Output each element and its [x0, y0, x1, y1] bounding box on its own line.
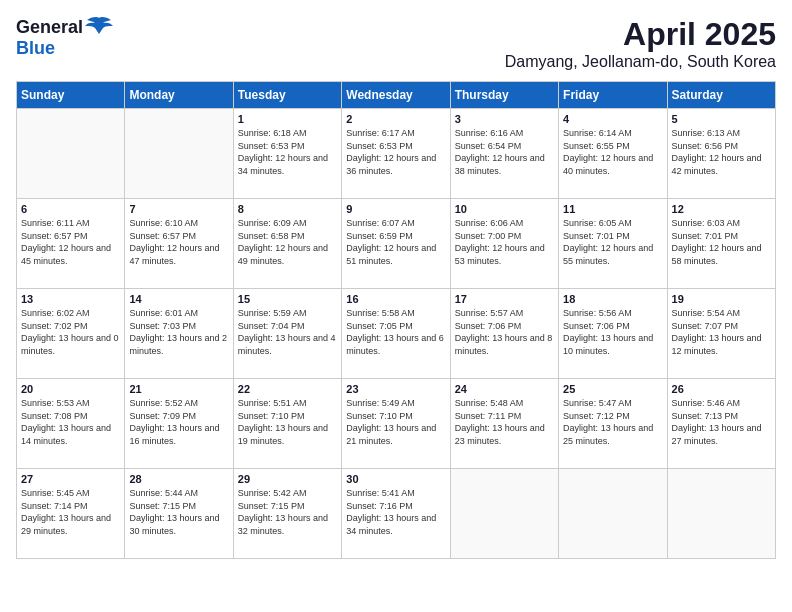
day-of-week-header: Friday [559, 82, 667, 109]
day-info: Sunrise: 6:01 AM Sunset: 7:03 PM Dayligh… [129, 307, 228, 357]
calendar-day-cell: 22Sunrise: 5:51 AM Sunset: 7:10 PM Dayli… [233, 379, 341, 469]
day-number: 15 [238, 293, 337, 305]
calendar-day-cell [450, 469, 558, 559]
day-number: 2 [346, 113, 445, 125]
day-info: Sunrise: 5:56 AM Sunset: 7:06 PM Dayligh… [563, 307, 662, 357]
calendar-day-cell: 4Sunrise: 6:14 AM Sunset: 6:55 PM Daylig… [559, 109, 667, 199]
logo-bird-icon [85, 16, 113, 38]
calendar-day-cell: 17Sunrise: 5:57 AM Sunset: 7:06 PM Dayli… [450, 289, 558, 379]
day-info: Sunrise: 5:59 AM Sunset: 7:04 PM Dayligh… [238, 307, 337, 357]
day-info: Sunrise: 5:42 AM Sunset: 7:15 PM Dayligh… [238, 487, 337, 537]
calendar-day-cell: 5Sunrise: 6:13 AM Sunset: 6:56 PM Daylig… [667, 109, 775, 199]
day-info: Sunrise: 5:57 AM Sunset: 7:06 PM Dayligh… [455, 307, 554, 357]
calendar-day-cell [17, 109, 125, 199]
calendar-day-cell: 19Sunrise: 5:54 AM Sunset: 7:07 PM Dayli… [667, 289, 775, 379]
day-info: Sunrise: 6:11 AM Sunset: 6:57 PM Dayligh… [21, 217, 120, 267]
day-number: 16 [346, 293, 445, 305]
day-number: 6 [21, 203, 120, 215]
page-header: General Blue April 2025 Damyang, Jeollan… [16, 16, 776, 71]
calendar-header-row: SundayMondayTuesdayWednesdayThursdayFrid… [17, 82, 776, 109]
day-info: Sunrise: 5:51 AM Sunset: 7:10 PM Dayligh… [238, 397, 337, 447]
day-info: Sunrise: 5:47 AM Sunset: 7:12 PM Dayligh… [563, 397, 662, 447]
calendar-day-cell: 7Sunrise: 6:10 AM Sunset: 6:57 PM Daylig… [125, 199, 233, 289]
day-number: 12 [672, 203, 771, 215]
calendar-day-cell: 15Sunrise: 5:59 AM Sunset: 7:04 PM Dayli… [233, 289, 341, 379]
title-block: April 2025 Damyang, Jeollanam-do, South … [505, 16, 776, 71]
day-info: Sunrise: 6:03 AM Sunset: 7:01 PM Dayligh… [672, 217, 771, 267]
day-number: 17 [455, 293, 554, 305]
day-number: 23 [346, 383, 445, 395]
day-info: Sunrise: 6:10 AM Sunset: 6:57 PM Dayligh… [129, 217, 228, 267]
month-title: April 2025 [505, 16, 776, 53]
logo-blue-text: Blue [16, 38, 55, 58]
day-info: Sunrise: 6:16 AM Sunset: 6:54 PM Dayligh… [455, 127, 554, 177]
day-number: 4 [563, 113, 662, 125]
day-info: Sunrise: 6:14 AM Sunset: 6:55 PM Dayligh… [563, 127, 662, 177]
day-info: Sunrise: 6:02 AM Sunset: 7:02 PM Dayligh… [21, 307, 120, 357]
day-info: Sunrise: 5:53 AM Sunset: 7:08 PM Dayligh… [21, 397, 120, 447]
day-info: Sunrise: 5:49 AM Sunset: 7:10 PM Dayligh… [346, 397, 445, 447]
day-number: 9 [346, 203, 445, 215]
calendar-day-cell: 24Sunrise: 5:48 AM Sunset: 7:11 PM Dayli… [450, 379, 558, 469]
calendar-day-cell [667, 469, 775, 559]
day-number: 21 [129, 383, 228, 395]
calendar-day-cell: 18Sunrise: 5:56 AM Sunset: 7:06 PM Dayli… [559, 289, 667, 379]
day-info: Sunrise: 5:45 AM Sunset: 7:14 PM Dayligh… [21, 487, 120, 537]
day-of-week-header: Monday [125, 82, 233, 109]
day-info: Sunrise: 5:44 AM Sunset: 7:15 PM Dayligh… [129, 487, 228, 537]
calendar-day-cell: 12Sunrise: 6:03 AM Sunset: 7:01 PM Dayli… [667, 199, 775, 289]
calendar-day-cell: 11Sunrise: 6:05 AM Sunset: 7:01 PM Dayli… [559, 199, 667, 289]
calendar-day-cell: 3Sunrise: 6:16 AM Sunset: 6:54 PM Daylig… [450, 109, 558, 199]
day-number: 20 [21, 383, 120, 395]
logo: General Blue [16, 16, 113, 59]
day-info: Sunrise: 6:13 AM Sunset: 6:56 PM Dayligh… [672, 127, 771, 177]
calendar-day-cell: 28Sunrise: 5:44 AM Sunset: 7:15 PM Dayli… [125, 469, 233, 559]
calendar-day-cell: 8Sunrise: 6:09 AM Sunset: 6:58 PM Daylig… [233, 199, 341, 289]
day-number: 18 [563, 293, 662, 305]
calendar-day-cell: 14Sunrise: 6:01 AM Sunset: 7:03 PM Dayli… [125, 289, 233, 379]
day-info: Sunrise: 6:06 AM Sunset: 7:00 PM Dayligh… [455, 217, 554, 267]
calendar-day-cell: 9Sunrise: 6:07 AM Sunset: 6:59 PM Daylig… [342, 199, 450, 289]
day-number: 5 [672, 113, 771, 125]
calendar-day-cell: 16Sunrise: 5:58 AM Sunset: 7:05 PM Dayli… [342, 289, 450, 379]
day-info: Sunrise: 6:09 AM Sunset: 6:58 PM Dayligh… [238, 217, 337, 267]
location-subtitle: Damyang, Jeollanam-do, South Korea [505, 53, 776, 71]
day-number: 7 [129, 203, 228, 215]
day-info: Sunrise: 5:48 AM Sunset: 7:11 PM Dayligh… [455, 397, 554, 447]
day-number: 19 [672, 293, 771, 305]
day-number: 24 [455, 383, 554, 395]
day-number: 3 [455, 113, 554, 125]
day-number: 14 [129, 293, 228, 305]
calendar-week-row: 13Sunrise: 6:02 AM Sunset: 7:02 PM Dayli… [17, 289, 776, 379]
calendar-day-cell [125, 109, 233, 199]
calendar-day-cell: 13Sunrise: 6:02 AM Sunset: 7:02 PM Dayli… [17, 289, 125, 379]
calendar-day-cell: 2Sunrise: 6:17 AM Sunset: 6:53 PM Daylig… [342, 109, 450, 199]
day-number: 30 [346, 473, 445, 485]
calendar-day-cell: 29Sunrise: 5:42 AM Sunset: 7:15 PM Dayli… [233, 469, 341, 559]
day-info: Sunrise: 6:05 AM Sunset: 7:01 PM Dayligh… [563, 217, 662, 267]
calendar-day-cell: 25Sunrise: 5:47 AM Sunset: 7:12 PM Dayli… [559, 379, 667, 469]
calendar-week-row: 1Sunrise: 6:18 AM Sunset: 6:53 PM Daylig… [17, 109, 776, 199]
day-number: 27 [21, 473, 120, 485]
calendar-day-cell: 10Sunrise: 6:06 AM Sunset: 7:00 PM Dayli… [450, 199, 558, 289]
day-of-week-header: Wednesday [342, 82, 450, 109]
day-number: 26 [672, 383, 771, 395]
calendar-week-row: 27Sunrise: 5:45 AM Sunset: 7:14 PM Dayli… [17, 469, 776, 559]
calendar-day-cell: 20Sunrise: 5:53 AM Sunset: 7:08 PM Dayli… [17, 379, 125, 469]
day-number: 29 [238, 473, 337, 485]
day-number: 28 [129, 473, 228, 485]
day-of-week-header: Saturday [667, 82, 775, 109]
day-number: 10 [455, 203, 554, 215]
calendar-day-cell: 26Sunrise: 5:46 AM Sunset: 7:13 PM Dayli… [667, 379, 775, 469]
calendar-table: SundayMondayTuesdayWednesdayThursdayFrid… [16, 81, 776, 559]
day-info: Sunrise: 5:46 AM Sunset: 7:13 PM Dayligh… [672, 397, 771, 447]
calendar-day-cell: 1Sunrise: 6:18 AM Sunset: 6:53 PM Daylig… [233, 109, 341, 199]
day-info: Sunrise: 5:52 AM Sunset: 7:09 PM Dayligh… [129, 397, 228, 447]
day-of-week-header: Sunday [17, 82, 125, 109]
logo-general-text: General [16, 17, 83, 38]
calendar-week-row: 20Sunrise: 5:53 AM Sunset: 7:08 PM Dayli… [17, 379, 776, 469]
day-number: 25 [563, 383, 662, 395]
day-info: Sunrise: 6:07 AM Sunset: 6:59 PM Dayligh… [346, 217, 445, 267]
calendar-day-cell: 6Sunrise: 6:11 AM Sunset: 6:57 PM Daylig… [17, 199, 125, 289]
day-of-week-header: Tuesday [233, 82, 341, 109]
